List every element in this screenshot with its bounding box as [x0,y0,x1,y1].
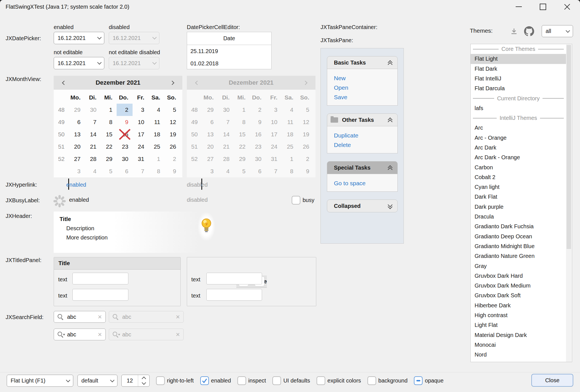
taskpane-link[interactable]: Delete [327,140,397,150]
calendar-day-cell[interactable]: 1 [101,104,117,116]
minimize-button[interactable] [510,0,528,13]
calendar-day-cell[interactable]: 17 [133,128,148,141]
calendar-day-cell[interactable]: 5 [164,104,180,116]
calendar-day-cell[interactable]: 6 [117,165,133,177]
calendar-day-cell[interactable]: 19 [164,128,180,141]
previous-month-button[interactable] [60,79,68,87]
theme-list-item[interactable]: Gradianto Deep Ocean [471,232,566,241]
chevron-down-icon[interactable] [95,37,104,39]
theme-list-item[interactable]: Gruvbox Dark Hard [471,271,566,281]
theme-list-item[interactable]: Flat Dark [471,64,566,74]
calendar-day-cell[interactable]: 4 [85,165,101,177]
calendar-day-cell[interactable]: 24 [133,141,148,153]
theme-list-item[interactable]: Material Design Dark [471,330,566,340]
calendar-day-cell[interactable]: 2 [164,153,180,165]
taskpane-link[interactable]: New [327,73,397,83]
chevron-down-icon[interactable] [95,62,104,64]
calendar-day-cell[interactable]: 6 [69,116,85,128]
calendar-day-cell[interactable]: 20 [69,141,85,153]
datepicker-enabled[interactable]: 16.12.2021 [54,32,104,44]
taskpane-link[interactable]: Go to space [327,179,397,188]
themes-filter-combo[interactable]: all [542,25,573,37]
calendar-day-cell[interactable]: 29 [101,153,117,165]
theme-list-item[interactable]: Gradianto Dark Fuchsia [471,222,566,231]
hyperlink-enabled[interactable]: enabled [66,182,86,188]
titled-panel-text-input[interactable] [72,289,128,301]
table-row[interactable]: 01.02.2018 [187,57,271,70]
date-table[interactable]: Date 25.11.201901.02.2018 [187,32,272,69]
monthview-enabled[interactable]: Dezember 2021 Mo.Di.Mi.Do.Fr.Sa.So.48293… [54,76,182,177]
clear-icon[interactable]: ✕ [98,314,105,320]
theme-list-item[interactable]: lafs [471,103,566,113]
calendar-day-cell[interactable]: 8 [101,116,117,128]
calendar-day-cell[interactable]: 11 [148,116,164,128]
datepicker-not-editable[interactable]: 16.12.2021 [54,57,104,69]
calendar-day-cell[interactable]: 2 [117,104,133,116]
calendar-day-cell[interactable]: 9 [164,165,180,177]
theme-list-item[interactable]: Dracula [471,212,566,222]
scrollbar-track[interactable] [566,44,572,362]
busy-checkbox[interactable] [292,196,300,205]
taskpane-header[interactable]: Collapsed [327,199,398,212]
theme-list-item[interactable]: Monocai [471,340,566,350]
calendar-day-cell[interactable]: 14 [85,128,101,141]
theme-list-item[interactable]: Light Flat [471,320,566,330]
clear-icon[interactable]: ✕ [98,331,105,338]
calendar-day-cell[interactable]: 27 [69,153,85,165]
calendar-day-cell[interactable]: 7 [85,116,101,128]
calendar-day-cell[interactable]: 23 [117,141,133,153]
table-row[interactable]: 25.11.2019 [187,45,271,57]
titled-panel-text-input[interactable] [206,289,262,301]
titled-panel-text-input[interactable] [206,273,262,284]
maximize-button[interactable] [534,0,552,13]
calendar-day-cell[interactable]: 12 [164,116,180,128]
calendar-day-cell[interactable]: 1 [148,153,164,165]
theme-list-item[interactable]: Arc [471,123,566,133]
font-size-spinner[interactable]: 12 [121,375,150,387]
titled-panel-text-input[interactable] [72,273,128,284]
calendar-day-cell[interactable]: 9 [117,116,133,128]
theme-list-item[interactable]: Arc - Orange [471,133,566,143]
calendar-day-cell[interactable]: 13 [69,128,85,141]
calendar-day-cell[interactable]: 3 [69,165,85,177]
theme-list-item[interactable]: Flat IntelliJ [471,74,566,84]
theme-list-item[interactable]: Arc Dark - Orange [471,153,566,162]
scrollbar-thumb[interactable] [567,45,571,249]
calendar-day-cell[interactable]: 25 [148,141,164,153]
calendar-day-cell[interactable]: 26 [164,141,180,153]
download-icon[interactable] [510,27,518,35]
theme-list-item[interactable]: Arc Dark [471,143,566,153]
taskpane-link[interactable]: Open [327,83,397,92]
calendar-day-cell[interactable]: 31 [133,153,148,165]
title-bar[interactable]: FlatSwingXTest (Java 17; system scale fa… [0,0,580,13]
theme-list-item[interactable]: Carbon [471,163,566,172]
calendar-day-cell[interactable]: 15 [101,128,117,141]
calendar-day-cell[interactable]: 28 [85,153,101,165]
theme-list-item[interactable]: Gray [471,261,566,271]
taskpane-header[interactable]: Basic Tasks [327,56,398,69]
theme-list-item[interactable]: Gruvbox Dark Medium [471,281,566,291]
theme-list-item[interactable]: Hiberbee Dark [471,301,566,310]
theme-list-item[interactable]: Cyan light [471,182,566,192]
calendar-day-cell[interactable]: 4 [148,104,164,116]
theme-list-item[interactable]: Nord [471,350,566,360]
spinner-arrows[interactable] [138,375,149,386]
calendar-day-cell[interactable]: 18 [148,128,164,141]
search-field-with-menu-enabled[interactable]: abc ✕ [54,329,106,340]
theme-list-item[interactable]: Dark purple [471,202,566,212]
theme-list-item[interactable]: Dark Flat [471,192,566,202]
github-icon[interactable] [524,26,534,36]
size-variant-combo[interactable]: default [77,375,117,387]
taskpane-header[interactable]: Special Tasks [327,161,398,174]
theme-list-item[interactable]: Cobalt 2 [471,172,566,182]
search-menu-icon[interactable] [56,330,65,339]
explicit-colors-checkbox[interactable] [317,376,325,385]
calendar-day-cell[interactable]: 30 [117,153,133,165]
theme-list-item[interactable]: High contrast [471,310,566,320]
themes-list[interactable]: Core ThemesFlat LightFlat DarkFlat Intel… [470,44,572,362]
search-field-enabled[interactable]: abc ✕ [54,311,106,323]
taskpane-link[interactable]: Duplicate [327,131,397,140]
calendar-day-cell[interactable]: 8 [148,165,164,177]
right-to-left-checkbox[interactable] [156,376,165,385]
laf-combo[interactable]: Flat Light (F1) [7,375,73,387]
